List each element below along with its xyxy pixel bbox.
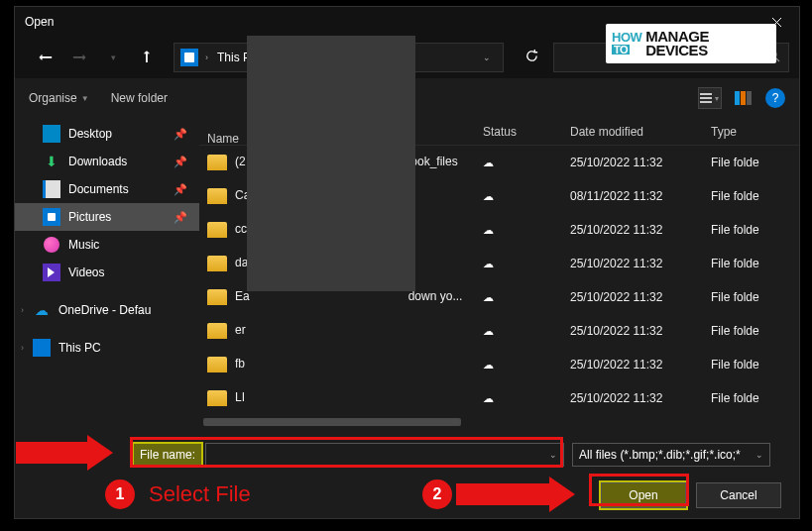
pin-icon: 📌	[174, 128, 187, 141]
downloads-icon: ⬇	[43, 153, 60, 170]
view-mode-button[interactable]: ▼	[698, 87, 722, 109]
desktop-icon	[43, 125, 60, 143]
svg-rect-5	[741, 91, 746, 105]
chevron-down-icon: ▼	[714, 95, 721, 102]
chevron-down-icon: ⌄	[755, 450, 763, 460]
svg-rect-2	[700, 97, 712, 99]
folder-icon	[207, 323, 227, 339]
folder-icon	[207, 289, 227, 305]
folder-icon	[207, 390, 227, 406]
col-status[interactable]: Status	[475, 125, 562, 139]
sidebar-item-downloads[interactable]: ⬇ Downloads 📌	[15, 148, 199, 175]
thispc-icon	[33, 339, 51, 357]
cloud-icon: ☁	[483, 258, 494, 269]
preview-pane-button[interactable]	[732, 87, 755, 109]
sidebar-item-music[interactable]: Music	[15, 231, 199, 259]
pin-icon: 📌	[174, 211, 187, 224]
folder-icon	[207, 222, 227, 238]
svg-rect-6	[747, 91, 752, 105]
col-date[interactable]: Date modified	[562, 125, 703, 139]
watermark-how: HOWTO	[612, 32, 641, 56]
redaction-overlay	[247, 118, 415, 291]
folder-icon	[207, 357, 227, 372]
newfolder-button[interactable]: New folder	[111, 91, 168, 105]
cloud-icon: ☁	[483, 224, 494, 236]
sidebar-item-documents[interactable]: Documents 📌	[15, 175, 199, 203]
up-button[interactable]: 🠕	[134, 45, 160, 70]
sidebar-item-pictures[interactable]: Pictures 📌	[15, 203, 199, 231]
annotation-text-1: Select File	[149, 481, 251, 507]
chevron-down-icon[interactable]: ⌄	[549, 450, 557, 460]
folder-icon	[207, 155, 227, 170]
annotation-badge-1: 1	[105, 479, 135, 509]
open-button[interactable]: Open	[601, 482, 686, 508]
table-row[interactable]: LI☁25/10/2022 11:32File folde	[199, 381, 799, 415]
filetype-filter[interactable]: All files (*.bmp;*.dib;*.gif;*.ico;* ⌄	[572, 443, 770, 467]
onedrive-icon: ☁	[33, 301, 51, 319]
svg-rect-3	[700, 101, 712, 103]
col-type[interactable]: Type	[703, 125, 799, 139]
sidebar-item-videos[interactable]: Videos	[15, 259, 199, 286]
pin-icon: 📌	[174, 156, 187, 168]
documents-icon	[43, 180, 60, 198]
folder-icon	[207, 188, 227, 204]
open-dialog: Open 🠔 🠖 ▾ 🠕 › This PC › Pictures › ⌄	[14, 6, 800, 519]
content-area: Desktop 📌 ⬇ Downloads 📌 Documents 📌 Pict…	[15, 118, 799, 429]
back-button[interactable]: 🠔	[33, 45, 58, 70]
help-button[interactable]: ?	[765, 88, 785, 108]
pin-icon: 📌	[174, 183, 187, 196]
table-row[interactable]: er☁25/10/2022 11:32File folde	[199, 314, 799, 348]
folder-icon	[207, 256, 227, 271]
sidebar-item-thispc[interactable]: › This PC	[15, 334, 199, 362]
cloud-icon: ☁	[483, 392, 494, 404]
organise-button[interactable]: Organise ▼	[29, 91, 89, 105]
scrollbar-thumb[interactable]	[203, 418, 461, 426]
breadcrumb-dropdown[interactable]: ⌄	[477, 53, 497, 62]
pictures-icon	[43, 208, 60, 226]
cloud-icon: ☁	[483, 190, 494, 202]
sidebar: Desktop 📌 ⬇ Downloads 📌 Documents 📌 Pict…	[15, 118, 199, 429]
forward-button[interactable]: 🠖	[66, 45, 92, 70]
cloud-icon: ☁	[483, 157, 494, 168]
expand-icon[interactable]: ›	[21, 343, 24, 353]
sidebar-item-desktop[interactable]: Desktop 📌	[15, 120, 199, 148]
recent-dropdown[interactable]: ▾	[100, 45, 126, 70]
chevron-right-icon: ›	[202, 53, 211, 62]
file-list: ⌃ Name Status Date modified Type (2book_…	[199, 118, 799, 429]
table-row[interactable]: fb☁25/10/2022 11:32File folde	[199, 348, 799, 381]
horizontal-scrollbar[interactable]	[203, 415, 785, 429]
chevron-down-icon: ▼	[81, 94, 89, 103]
filename-label: File name:	[134, 444, 201, 466]
expand-icon[interactable]: ›	[21, 305, 24, 315]
pictures-icon	[180, 49, 198, 66]
refresh-button[interactable]	[518, 49, 545, 66]
watermark-manage: MANAGEDEVICES	[645, 30, 709, 58]
videos-icon	[43, 264, 60, 281]
cloud-icon: ☁	[483, 325, 494, 337]
sidebar-item-onedrive[interactable]: › ☁ OneDrive - Defau	[15, 296, 199, 324]
svg-rect-1	[700, 93, 712, 95]
music-icon	[43, 236, 60, 254]
cloud-icon: ☁	[483, 291, 494, 303]
dialog-footer: File name: ⌄ All files (*.bmp;*.dib;*.gi…	[15, 429, 799, 518]
cloud-icon: ☁	[483, 359, 494, 371]
cancel-button[interactable]: Cancel	[696, 482, 781, 508]
annotation-badge-2: 2	[422, 479, 452, 509]
svg-rect-4	[735, 91, 740, 105]
filename-input[interactable]: ⌄	[205, 443, 564, 467]
watermark: HOWTO MANAGEDEVICES	[606, 24, 776, 63]
